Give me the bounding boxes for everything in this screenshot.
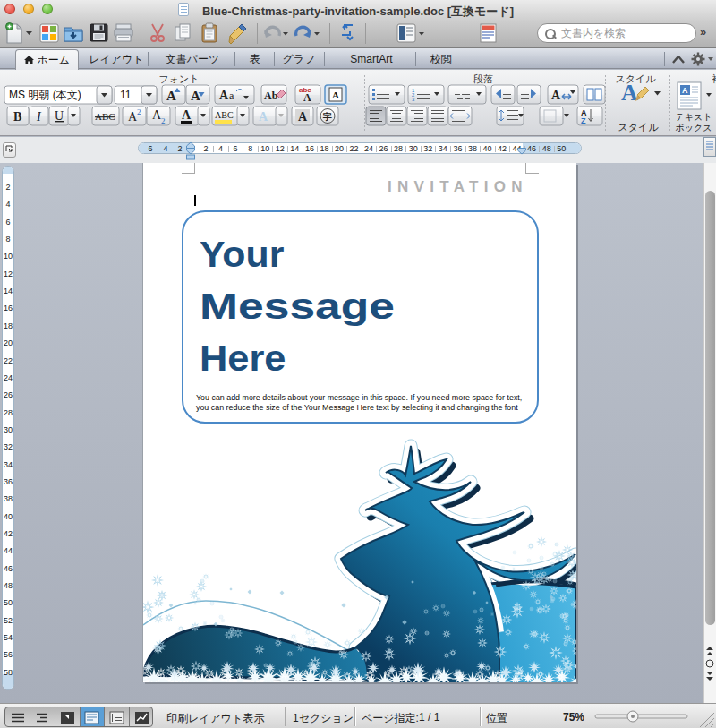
svg-text:11: 11 [120,89,132,101]
svg-text:A: A [191,89,200,103]
svg-text:a: a [229,90,234,102]
svg-text:ABC: ABC [215,110,234,120]
svg-text:U: U [55,109,64,123]
svg-text:A: A [332,90,339,100]
svg-text:A: A [166,89,176,103]
svg-text:A: A [621,80,638,106]
svg-text:2: 2 [161,116,166,125]
svg-text:B: B [13,110,21,124]
svg-text:A: A [682,86,688,95]
svg-text:MS 明朝 (本文): MS 明朝 (本文) [9,89,81,101]
svg-text:A: A [259,110,268,124]
svg-text:A: A [551,89,561,102]
svg-text:A: A [298,110,308,124]
svg-text:字: 字 [322,111,332,122]
svg-text:Z: Z [581,116,586,125]
svg-text:ABC: ABC [95,111,115,122]
svg-text:Ab: Ab [264,90,278,102]
svg-text:A: A [303,91,311,104]
svg-text:A: A [182,108,192,122]
svg-text:A: A [219,89,229,102]
svg-text:2: 2 [137,107,141,116]
